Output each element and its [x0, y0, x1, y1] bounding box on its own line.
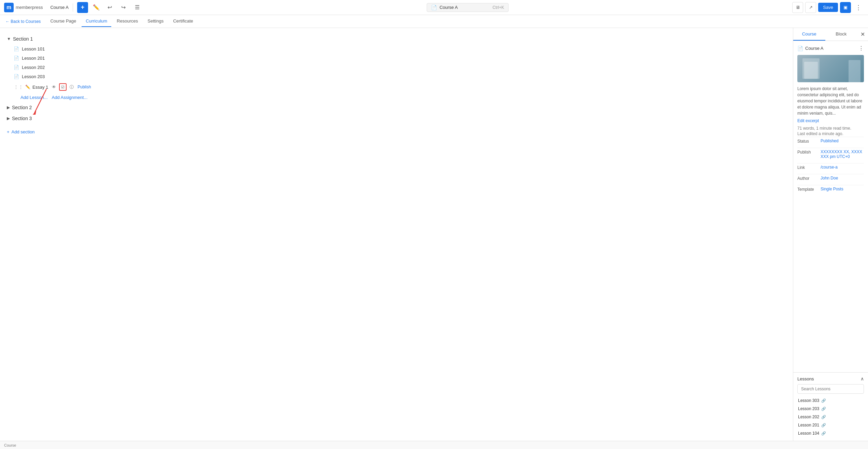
word-count: 71 words, 1 minute read time. [797, 126, 864, 131]
lessons-list-item-203[interactable]: Lesson 203 🔗 [797, 405, 864, 413]
tab-settings[interactable]: Settings [143, 16, 168, 27]
search-lessons-input[interactable] [797, 384, 864, 394]
add-lesson-link[interactable]: Add Lesson... [20, 95, 48, 100]
lesson-doc-icon-3: 📄 [14, 65, 19, 70]
lessons-collapse-button[interactable]: ∧ [860, 376, 864, 381]
lessons-section: Lessons ∧ Lesson 303 🔗 Lesson 203 🔗 Less… [793, 372, 868, 441]
lessons-list-item-201[interactable]: Lesson 201 🔗 [797, 421, 864, 429]
lesson-201-item[interactable]: 📄 Lesson 201 [12, 54, 787, 63]
drag-handle-icon: ⋮⋮ [14, 84, 23, 90]
template-row: Template Single Posts [797, 185, 864, 193]
status-row: Status Published [797, 137, 864, 145]
section-2-caret: ▶ [7, 105, 10, 110]
lessons-list-item-202[interactable]: Lesson 202 🔗 [797, 413, 864, 421]
lesson-link-icon-3: 🔗 [821, 415, 826, 419]
lesson-doc-icon-4: 📄 [14, 74, 19, 79]
lessons-list-item-303[interactable]: Lesson 303 🔗 [797, 396, 864, 405]
course-header-panel: 📄 Course A ⋮ [797, 45, 864, 52]
doc-icon: 📄 [431, 5, 437, 10]
tab-course-page[interactable]: Course Page [46, 16, 80, 27]
panel-tab-course[interactable]: Course [793, 28, 825, 41]
sidebar-toggle-button[interactable]: ▣ [840, 2, 851, 13]
tab-resources[interactable]: Resources [113, 16, 142, 27]
link-label: Link [797, 165, 818, 170]
template-label: Template [797, 187, 818, 192]
external-link-button[interactable]: ↗ [805, 2, 816, 13]
panel-tab-block[interactable]: Block [825, 28, 857, 41]
logo-area: m memberpress [4, 3, 43, 12]
nav-tabs: ← Back to Courses Course Page Curriculum… [0, 15, 868, 28]
lesson-202-list-label: Lesson 202 [798, 415, 819, 419]
save-button[interactable]: Save [818, 3, 838, 12]
section-1-content: 📄 Lesson 101 📄 Lesson 201 📄 Lesson 202 📄… [12, 44, 787, 102]
course-more-dots-button[interactable]: ⋮ [858, 45, 864, 52]
lesson-201-label: Lesson 201 [22, 56, 45, 61]
lesson-203-list-label: Lesson 203 [798, 406, 819, 411]
publish-row: Publish XXXXXXXX XX, XXXX XXX pm UTC+0 [797, 148, 864, 160]
top-bar: m memberpress Course A + ✏️ ↩ ↪ ☰ 📄 Cour… [0, 0, 868, 15]
lesson-doc-icon-2: 📄 [14, 56, 19, 61]
lesson-104-list-label: Lesson 104 [798, 431, 819, 436]
lesson-101-label: Lesson 101 [22, 46, 45, 52]
undo-button[interactable]: ↩ [104, 2, 115, 13]
essay-actions: 👁 ☑ ⓘ [50, 83, 75, 91]
more-options-button[interactable]: ⋮ [853, 2, 864, 13]
panel-close-button[interactable]: ✕ [857, 29, 868, 40]
lesson-202-item[interactable]: 📄 Lesson 202 [12, 63, 787, 72]
right-panel: Course Block ✕ 📄 Course A ⋮ Lorem ipsum … [793, 28, 868, 441]
section-2-header[interactable]: ▶ Section 2 [5, 102, 787, 113]
course-name-panel-label: Course A [805, 46, 823, 51]
course-doc-icon: 📄 [797, 46, 803, 51]
list-view-button[interactable]: ☰ [132, 2, 143, 13]
publish-label: Publish [797, 149, 818, 155]
course-excerpt: Lorem ipsum dolor sit amet, consectetur … [797, 86, 864, 116]
template-value[interactable]: Single Posts [821, 187, 843, 191]
section-2: ▶ Section 2 [5, 102, 787, 113]
link-value[interactable]: /course-a [821, 165, 838, 170]
lesson-101-item[interactable]: 📄 Lesson 101 [12, 44, 787, 54]
back-to-courses-link[interactable]: ← Back to Courses [5, 19, 41, 24]
panel-body: 📄 Course A ⋮ Lorem ipsum dolor sit amet,… [793, 41, 868, 372]
author-value[interactable]: John Doe [821, 176, 838, 180]
brush-button[interactable]: ✏️ [91, 2, 102, 13]
last-edited: Last edited a minute ago. [797, 131, 864, 136]
status-text: Course [4, 443, 16, 447]
lesson-202-label: Lesson 202 [22, 65, 45, 70]
publish-value[interactable]: XXXXXXXX XX, XXXX XXX pm UTC+0 [821, 149, 864, 159]
course-name-display: Course A [440, 5, 458, 10]
essay-1-label: Essay 1 [32, 85, 48, 90]
lesson-link-icon-5: 🔗 [821, 431, 826, 436]
add-assignment-link[interactable]: Add Assignment... [52, 95, 88, 100]
lesson-link-icon-4: 🔗 [821, 423, 826, 428]
info-essay-button[interactable]: ⓘ [68, 83, 75, 91]
lesson-203-item[interactable]: 📄 Lesson 203 [12, 72, 787, 81]
author-row: Author John Doe [797, 174, 864, 182]
course-title-header: Course A [50, 5, 68, 10]
section-1-header[interactable]: ▼ Section 1 [5, 33, 787, 44]
section-1: ▼ Section 1 📄 Lesson 101 📄 Lesson 201 📄 … [5, 33, 787, 102]
lessons-list-item-104[interactable]: Lesson 104 🔗 [797, 429, 864, 437]
center-area: 📄 Course A Ctrl+K [145, 3, 789, 12]
lessons-title: Lessons [797, 376, 814, 381]
lesson-203-label: Lesson 203 [22, 74, 45, 79]
publish-link[interactable]: Publish [77, 85, 91, 89]
panel-tabs: Course Block ✕ [793, 28, 868, 41]
course-name-pill[interactable]: 📄 Course A Ctrl+K [427, 3, 509, 12]
edit-essay-button[interactable]: ✏️ [25, 85, 30, 89]
redo-button[interactable]: ↪ [118, 2, 129, 13]
add-section-button[interactable]: + Add section [5, 127, 787, 137]
edit-excerpt-link[interactable]: Edit excerpt [797, 118, 864, 123]
keyboard-shortcut: Ctrl+K [493, 5, 504, 10]
add-button[interactable]: + [77, 2, 88, 13]
tab-certificate[interactable]: Certificate [169, 16, 197, 27]
status-value: Published [821, 139, 839, 143]
section-3-header[interactable]: ▶ Section 3 [5, 113, 787, 124]
add-lesson-row: Add Lesson... Add Assignment... [19, 93, 787, 102]
section-3-label: Section 3 [12, 116, 32, 121]
desktop-view-button[interactable]: 🖥 [792, 2, 803, 13]
view-essay-button[interactable]: 👁 [50, 83, 58, 91]
lesson-201-list-label: Lesson 201 [798, 423, 819, 428]
status-bar: Course [0, 441, 868, 449]
tab-curriculum[interactable]: Curriculum [82, 16, 111, 27]
checkbox-essay-button[interactable]: ☑ [59, 83, 67, 91]
